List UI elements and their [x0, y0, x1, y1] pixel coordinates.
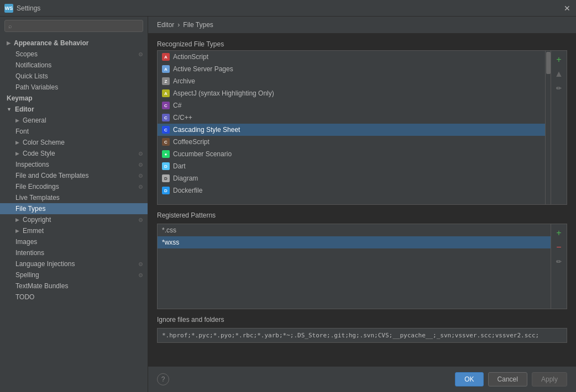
sidebar-item-emmet[interactable]: ▶ Emmet — [0, 225, 148, 236]
sidebar-item-spelling[interactable]: Spelling ⚙ — [0, 269, 148, 280]
list-item[interactable]: D Dockerfile — [158, 184, 545, 197]
settings-icon: ⚙ — [138, 184, 143, 190]
app-logo: WS — [4, 4, 13, 13]
patterns-section: Registered Patterns *.css *wxss — [157, 211, 567, 309]
add-file-type-button[interactable]: + — [552, 53, 565, 66]
settings-icon: ⚙ — [138, 261, 143, 267]
file-type-icon: D — [162, 174, 170, 182]
sidebar-item-quicklists[interactable]: Quick Lists — [0, 71, 148, 82]
pattern-value: *wxss — [162, 239, 179, 246]
list-item[interactable]: C C# — [158, 99, 545, 112]
sidebar-item-scopes[interactable]: Scopes ⚙ — [0, 49, 148, 60]
file-types-toolbar: + ▲ ✏ — [551, 50, 567, 205]
list-item[interactable]: C Cascading Style Sheet — [158, 124, 545, 136]
sidebar-item-appearance[interactable]: ▶ Appearance & Behavior — [0, 38, 148, 49]
sidebar-item-label: Copyright — [23, 216, 51, 224]
remove-pattern-button[interactable]: − — [552, 241, 565, 254]
list-item[interactable]: *.css — [158, 224, 551, 236]
sidebar-item-filetypes[interactable]: File Types — [0, 203, 148, 214]
add-pattern-button[interactable]: + — [552, 226, 565, 240]
pencil-icon[interactable]: ✏ — [552, 82, 565, 95]
search-box[interactable]: ⌕ — [4, 20, 143, 32]
ignore-input[interactable] — [157, 328, 567, 343]
file-type-icon: Z — [162, 77, 170, 85]
breadcrumb-current: File Types — [183, 21, 213, 29]
list-item[interactable]: D Dart — [158, 160, 545, 172]
list-item[interactable]: Z Archive — [158, 75, 545, 87]
file-type-icon: C — [162, 102, 170, 109]
settings-icon: ⚙ — [138, 51, 143, 57]
list-item[interactable]: C C/C++ — [158, 112, 545, 124]
expand-arrow-copyright: ▶ — [15, 217, 19, 223]
sidebar-item-inspections[interactable]: Inspections ⚙ — [0, 159, 148, 170]
search-input[interactable] — [14, 22, 139, 30]
list-item[interactable]: A AspectJ (syntax Highlighting Only) — [158, 87, 545, 99]
sidebar-item-label: Keymap — [7, 94, 33, 102]
sidebar-item-label: Editor — [15, 105, 34, 113]
sidebar-item-label: Language Injections — [15, 260, 75, 268]
sidebar-item-general[interactable]: ▶ General — [0, 115, 148, 126]
apply-button[interactable]: Apply — [532, 372, 567, 386]
file-type-icon: C — [162, 126, 170, 134]
sidebar-item-todo[interactable]: TODO — [0, 292, 148, 303]
sidebar-item-label: General — [23, 116, 46, 124]
sidebar-item-livetemplates[interactable]: Live Templates — [0, 192, 148, 203]
sidebar-item-textmatebundles[interactable]: TextMate Bundles — [0, 280, 148, 292]
file-type-name: Dockerfile — [173, 187, 202, 194]
sidebar-item-intentions[interactable]: Intentions — [0, 247, 148, 258]
sidebar-item-label: File Types — [15, 205, 45, 213]
file-type-name: Archive — [173, 77, 195, 85]
breadcrumb-separator: › — [177, 21, 180, 29]
content-area: Editor › File Types Recognized File Type… — [148, 17, 576, 392]
recognized-label: Recognized File Types — [157, 40, 567, 48]
file-type-name: C# — [173, 102, 181, 109]
sidebar-item-languageinjections[interactable]: Language Injections ⚙ — [0, 258, 148, 269]
sidebar-item-label: Intentions — [15, 249, 44, 257]
sidebar-item-filecodetemplates[interactable]: File and Code Templates ⚙ — [0, 170, 148, 181]
sidebar-item-codestyle[interactable]: ▶ Code Style ⚙ — [0, 148, 148, 159]
list-item[interactable]: D Diagram — [158, 172, 545, 184]
patterns-label: Registered Patterns — [157, 211, 567, 219]
settings-icon: ⚙ — [138, 272, 143, 278]
list-item[interactable]: *wxss — [158, 236, 551, 248]
cancel-button[interactable]: Cancel — [488, 372, 527, 386]
search-icon: ⌕ — [8, 23, 12, 29]
file-types-list[interactable]: A ActionScript A Active Server Pages Z A… — [157, 50, 546, 205]
list-item[interactable]: A ActionScript — [158, 51, 545, 63]
patterns-list[interactable]: *.css *wxss — [157, 224, 551, 309]
sidebar-item-colorscheme[interactable]: ▶ Color Scheme — [0, 137, 148, 148]
settings-icon: ⚙ — [138, 151, 143, 157]
file-type-icon: A — [162, 53, 170, 61]
edit-pattern-button[interactable]: ✏ — [552, 255, 565, 268]
expand-arrow-codestyle: ▶ — [15, 151, 19, 156]
list-item[interactable]: C CoffeeScript — [158, 136, 545, 148]
sidebar-item-font[interactable]: Font — [0, 126, 148, 137]
sidebar: ⌕ ▶ Appearance & Behavior Scopes ⚙ Notif… — [0, 17, 148, 392]
sidebar-item-pathvariables[interactable]: Path Variables — [0, 82, 148, 93]
sidebar-item-fileencodings[interactable]: File Encodings ⚙ — [0, 181, 148, 192]
scrollbar-thumb[interactable] — [546, 52, 551, 74]
file-type-icon: D — [162, 187, 170, 194]
scrollbar-track[interactable] — [546, 50, 551, 205]
sidebar-item-images[interactable]: Images — [0, 236, 148, 247]
sidebar-item-label: File Encodings — [15, 183, 59, 190]
sidebar-item-copyright[interactable]: ▶ Copyright ⚙ — [0, 214, 148, 225]
file-type-name: C/C++ — [173, 114, 192, 121]
sidebar-item-keymap[interactable]: Keymap — [0, 93, 148, 104]
list-item[interactable]: A Active Server Pages — [158, 63, 545, 75]
sidebar-item-label: Emmet — [23, 227, 44, 235]
bottom-bar: ? OK Cancel Apply — [148, 366, 576, 392]
expand-arrow-appearance: ▶ — [7, 40, 11, 46]
list-item[interactable]: ● Cucumber Scenario — [158, 148, 545, 160]
file-type-name: AspectJ (syntax Highlighting Only) — [173, 89, 274, 97]
sidebar-item-notifications[interactable]: Notifications — [0, 60, 148, 71]
file-type-name: Cucumber Scenario — [173, 150, 232, 158]
close-button[interactable]: ✕ — [563, 4, 572, 13]
sidebar-item-label: Inspections — [15, 161, 49, 168]
sidebar-tree: ▶ Appearance & Behavior Scopes ⚙ Notific… — [0, 35, 148, 392]
ok-button[interactable]: OK — [455, 372, 483, 386]
settings-icon: ⚙ — [138, 217, 143, 223]
help-button[interactable]: ? — [157, 373, 169, 385]
scrollup-button[interactable]: ▲ — [552, 67, 565, 81]
sidebar-item-editor[interactable]: ▼ Editor — [0, 104, 148, 115]
